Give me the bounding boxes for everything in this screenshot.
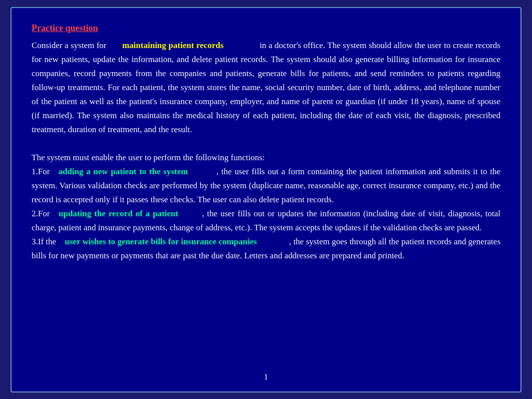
functions-intro: The system must enable the user to perfo… — [32, 153, 265, 162]
highlight-maintaining-records: maintaining patient records — [122, 41, 223, 50]
item3-prefix: 3.If the — [32, 237, 56, 246]
intro-text: Consider a system for — [32, 41, 106, 50]
practice-question-label: Practice question — [32, 23, 500, 34]
intro-text-2: in a doctor's office. The system should … — [32, 41, 500, 134]
page-number: 1 — [264, 372, 268, 381]
highlight-generate-bills: user wishes to generate bills for insura… — [65, 237, 257, 246]
highlight-adding-patient: adding a new patient to the system — [58, 167, 188, 176]
highlight-updating-record: updating the record of a patient — [59, 209, 178, 218]
main-content: Consider a system for maintaining patien… — [32, 39, 500, 263]
item2-prefix: 2.For — [32, 209, 50, 218]
item1-prefix: 1.For — [32, 167, 50, 176]
page-container: Practice question Consider a system for … — [11, 7, 521, 392]
